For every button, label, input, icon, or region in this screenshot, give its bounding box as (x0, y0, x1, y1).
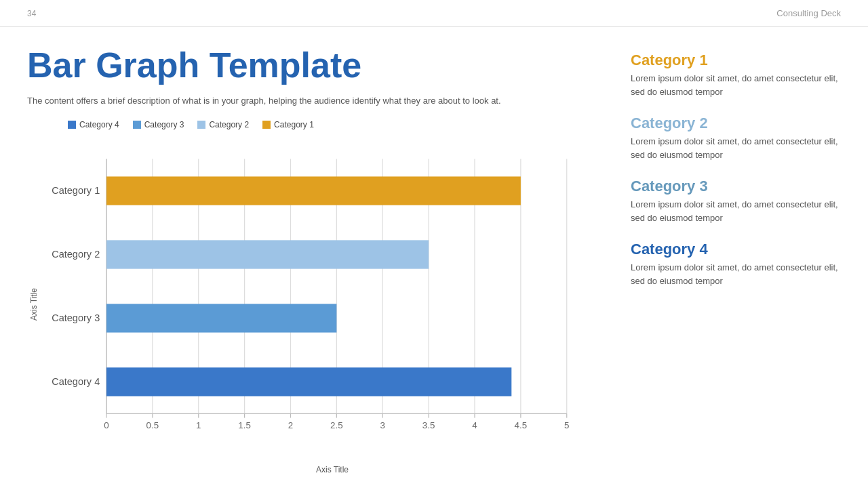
svg-text:4: 4 (472, 420, 477, 430)
category-heading-cat2: Category 2 (631, 115, 841, 132)
svg-text:Category 2: Category 2 (52, 249, 100, 260)
left-panel: Bar Graph Template The content offers a … (0, 27, 610, 488)
legend-label: Category 1 (274, 120, 314, 129)
legend-color-box (68, 121, 76, 129)
chart-svg-wrapper: Category 1Category 2Category 3Category 4… (41, 135, 583, 462)
svg-text:Category 3: Category 3 (52, 312, 100, 323)
svg-text:0: 0 (104, 420, 108, 430)
svg-text:Category 1: Category 1 (52, 185, 100, 196)
subtitle: The content offers a brief description o… (27, 94, 583, 108)
legend-item: Category 1 (262, 120, 314, 129)
legend-item: Category 2 (197, 120, 249, 129)
svg-text:0.5: 0.5 (146, 420, 159, 430)
category-heading-cat3: Category 3 (631, 178, 841, 195)
y-axis-title: Axis Title (29, 288, 39, 321)
page-title: Bar Graph Template (27, 46, 583, 85)
svg-rect-15 (106, 240, 429, 268)
svg-text:1: 1 (196, 420, 201, 430)
category-heading-cat4: Category 4 (631, 241, 841, 258)
category-block-cat3: Category 3 Lorem ipsum dolor sit amet, d… (631, 178, 841, 224)
legend-label: Category 2 (209, 120, 249, 129)
legend-label: Category 3 (144, 120, 184, 129)
category-desc-cat2: Lorem ipsum dolor sit amet, do amet cons… (631, 135, 841, 161)
category-desc-cat1: Lorem ipsum dolor sit amet, do amet cons… (631, 72, 841, 98)
legend-label: Category 4 (79, 120, 119, 129)
svg-text:2: 2 (288, 420, 293, 430)
chart-legend: Category 4Category 3Category 2Category 1 (68, 120, 583, 129)
category-block-cat2: Category 2 Lorem ipsum dolor sit amet, d… (631, 115, 841, 161)
svg-text:4.5: 4.5 (515, 420, 528, 430)
svg-rect-19 (106, 367, 511, 396)
svg-rect-13 (106, 176, 521, 205)
svg-text:3.5: 3.5 (422, 420, 435, 430)
category-heading-cat1: Category 1 (631, 52, 841, 69)
category-block-cat4: Category 4 Lorem ipsum dolor sit amet, d… (631, 241, 841, 287)
category-block-cat1: Category 1 Lorem ipsum dolor sit amet, d… (631, 52, 841, 98)
svg-rect-17 (106, 304, 336, 332)
right-panel: Category 1 Lorem ipsum dolor sit amet, d… (610, 27, 868, 488)
main-content: Bar Graph Template The content offers a … (0, 27, 868, 488)
legend-color-box (197, 121, 205, 129)
svg-text:5: 5 (564, 420, 569, 430)
chart-body: Axis Title Category 1Category 2Category … (27, 135, 583, 474)
svg-text:2.5: 2.5 (330, 420, 343, 430)
legend-color-box (133, 121, 141, 129)
legend-item: Category 4 (68, 120, 119, 129)
svg-text:Category 4: Category 4 (52, 376, 100, 387)
deck-title: Consulting Deck (776, 8, 841, 18)
page-number: 34 (27, 9, 36, 18)
svg-text:1.5: 1.5 (238, 420, 251, 430)
chart-container: Category 4Category 3Category 2Category 1… (27, 120, 583, 474)
category-desc-cat3: Lorem ipsum dolor sit amet, do amet cons… (631, 198, 841, 224)
legend-item: Category 3 (133, 120, 184, 129)
x-axis-title: Axis Title (81, 462, 583, 474)
top-bar: 34 Consulting Deck (0, 0, 868, 27)
y-axis-title-container: Axis Title (27, 135, 41, 474)
chart-inner: Category 1Category 2Category 3Category 4… (41, 135, 583, 474)
svg-text:3: 3 (380, 420, 385, 430)
bar-chart-svg: Category 1Category 2Category 3Category 4… (41, 135, 583, 462)
category-desc-cat4: Lorem ipsum dolor sit amet, do amet cons… (631, 261, 841, 287)
legend-color-box (262, 121, 271, 129)
